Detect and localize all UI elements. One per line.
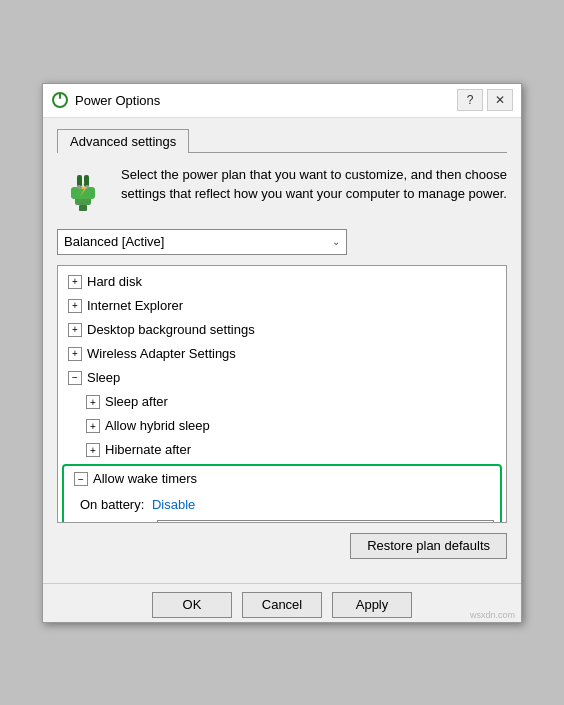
svg-point-7 bbox=[77, 185, 81, 189]
expand-icon-sleep[interactable]: − bbox=[68, 371, 82, 385]
tab-bar: Advanced settings bbox=[57, 128, 507, 153]
ok-button[interactable]: OK bbox=[152, 592, 232, 618]
expand-icon-desktop-bg[interactable]: + bbox=[68, 323, 82, 337]
plan-dropdown[interactable]: Balanced [Active] ⌄ bbox=[57, 229, 347, 255]
tree-label-wake-timers: Allow wake timers bbox=[93, 468, 197, 490]
plugged-in-dropdown[interactable]: Disable ⌄ bbox=[157, 520, 494, 522]
tab-advanced-settings[interactable]: Advanced settings bbox=[57, 129, 189, 153]
restore-btn-row: Restore plan defaults bbox=[57, 533, 507, 559]
description-row: Select the power plan that you want to c… bbox=[57, 165, 507, 217]
window-title: Power Options bbox=[75, 93, 457, 108]
power-plug-icon bbox=[57, 165, 109, 217]
svg-rect-3 bbox=[79, 205, 87, 211]
tree-label-hibernate: Hibernate after bbox=[105, 439, 191, 461]
watermark: wsxdn.com bbox=[470, 610, 515, 620]
power-icon bbox=[51, 91, 69, 109]
tree-item-hybrid-sleep[interactable]: + Allow hybrid sleep bbox=[58, 414, 506, 438]
tree-item-desktop-bg[interactable]: + Desktop background settings bbox=[58, 318, 506, 342]
help-button[interactable]: ? bbox=[457, 89, 483, 111]
allow-wake-timers-section: − Allow wake timers On battery: Disable … bbox=[62, 464, 502, 522]
settings-list[interactable]: + Hard disk + Internet Explorer + Deskto… bbox=[57, 265, 507, 523]
content-area: Advanced settings Select the power plan … bbox=[43, 118, 521, 583]
cancel-button[interactable]: Cancel bbox=[242, 592, 322, 618]
settings-list-inner: + Hard disk + Internet Explorer + Deskto… bbox=[58, 266, 506, 523]
tree-item-ie[interactable]: + Internet Explorer bbox=[58, 294, 506, 318]
tree-label-sleep: Sleep bbox=[87, 367, 120, 389]
tree-item-hibernate[interactable]: + Hibernate after bbox=[58, 438, 506, 462]
window-controls: ? ✕ bbox=[457, 89, 513, 111]
close-button[interactable]: ✕ bbox=[487, 89, 513, 111]
tree-label-sleep-after: Sleep after bbox=[105, 391, 168, 413]
expand-icon-hybrid-sleep[interactable]: + bbox=[86, 419, 100, 433]
plan-value: Balanced [Active] bbox=[64, 234, 164, 249]
tree-item-wake-timers[interactable]: − Allow wake timers bbox=[64, 466, 500, 492]
expand-icon-sleep-after[interactable]: + bbox=[86, 395, 100, 409]
plan-dropdown-arrow: ⌄ bbox=[332, 236, 340, 247]
tree-item-sleep[interactable]: − Sleep bbox=[58, 366, 506, 390]
expand-icon-wireless[interactable]: + bbox=[68, 347, 82, 361]
tree-label-wireless: Wireless Adapter Settings bbox=[87, 343, 236, 365]
expand-icon-hard-disk[interactable]: + bbox=[68, 275, 82, 289]
tree-label-ie: Internet Explorer bbox=[87, 295, 183, 317]
plugged-in-row: Plugged in: Disable ⌄ bbox=[64, 518, 500, 522]
expand-icon-ie[interactable]: + bbox=[68, 299, 82, 313]
on-battery-row: On battery: Disable bbox=[64, 492, 500, 518]
tree-label-hard-disk: Hard disk bbox=[87, 271, 142, 293]
on-battery-label: On battery: bbox=[80, 497, 144, 512]
tree-item-wireless[interactable]: + Wireless Adapter Settings bbox=[58, 342, 506, 366]
expand-icon-hibernate[interactable]: + bbox=[86, 443, 100, 457]
tree-item-sleep-after[interactable]: + Sleep after bbox=[58, 390, 506, 414]
tree-label-hybrid-sleep: Allow hybrid sleep bbox=[105, 415, 210, 437]
power-options-window: Power Options ? ✕ Advanced settings bbox=[42, 83, 522, 623]
description-text: Select the power plan that you want to c… bbox=[121, 165, 507, 204]
tree-label-desktop-bg: Desktop background settings bbox=[87, 319, 255, 341]
svg-rect-1 bbox=[59, 93, 61, 99]
bottom-buttons: OK Cancel Apply bbox=[43, 583, 521, 622]
restore-plan-defaults-button[interactable]: Restore plan defaults bbox=[350, 533, 507, 559]
apply-button[interactable]: Apply bbox=[332, 592, 412, 618]
title-bar: Power Options ? ✕ bbox=[43, 84, 521, 118]
tree-item-hard-disk[interactable]: + Hard disk bbox=[58, 270, 506, 294]
expand-icon-wake-timers[interactable]: − bbox=[74, 472, 88, 486]
on-battery-value[interactable]: Disable bbox=[152, 497, 195, 512]
